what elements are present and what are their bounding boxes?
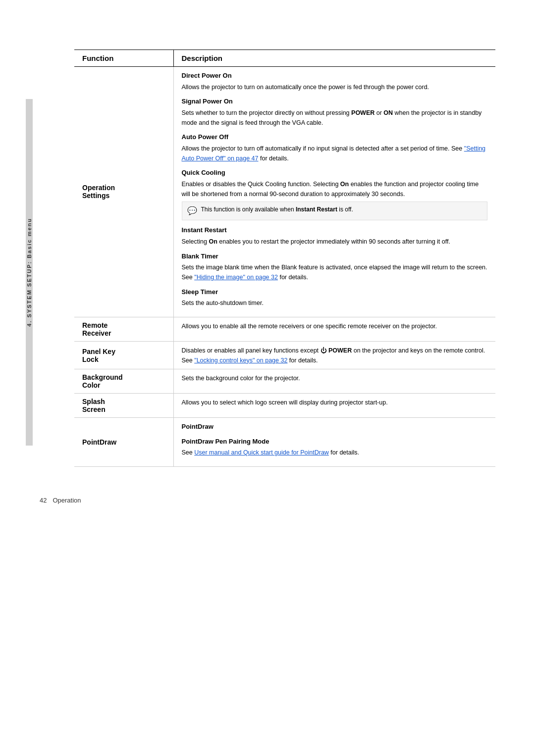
desc-instant-restart: Instant Restart Selecting On enables you…	[182, 225, 488, 246]
link-blank-timer[interactable]: "Hiding the image" on page 32	[194, 274, 278, 281]
link-auto-power-off[interactable]: "Setting Auto Power Off" on page 47	[182, 145, 486, 162]
body-sleep-timer: Sets the auto-shutdown timer.	[182, 300, 264, 306]
function-header: Function	[74, 50, 173, 67]
table-row-pointdraw: PointDraw PointDraw PointDraw Pen Pairin…	[74, 418, 495, 467]
table-row-background-color: BackgroundColor Sets the background colo…	[74, 369, 495, 394]
description-cell-operation: Direct Power On Allows the projector to …	[173, 67, 495, 317]
body-signal-power-on: Sets whether to turn the projector direc…	[182, 109, 482, 126]
desc-pointdraw-pairing: PointDraw Pen Pairing Mode See User manu…	[182, 437, 488, 457]
body-pointdraw-pairing: See User manual and Quick start guide fo…	[182, 449, 360, 456]
title-instant-restart: Instant Restart	[182, 225, 488, 235]
main-table: Function Description OperationSettings D…	[74, 50, 495, 467]
body-auto-power-off: Allows the projector to turn off automat…	[182, 145, 486, 162]
page-footer: 42 Operation	[40, 497, 495, 504]
table-row-panel-key-lock: Panel KeyLock Disables or enables all pa…	[74, 341, 495, 369]
function-cell-pointdraw: PointDraw	[74, 418, 173, 467]
title-pointdraw: PointDraw	[182, 422, 488, 432]
body-blank-timer: Sets the image blank time when the Blank…	[182, 264, 487, 281]
body-splash-screen: Allows you to select which logo screen w…	[182, 399, 388, 406]
title-auto-power-off: Auto Power Off	[182, 132, 488, 142]
title-pointdraw-pairing: PointDraw Pen Pairing Mode	[182, 437, 488, 447]
function-cell-remote: RemoteReceiver	[74, 317, 173, 341]
body-direct-power-on: Allows the projector to turn on automati…	[182, 84, 429, 91]
link-panel-key-lock[interactable]: "Locking control keys" on page 32	[194, 357, 287, 364]
description-cell-panel: Disables or enables all panel key functi…	[173, 341, 495, 369]
note-icon: 💬	[187, 205, 197, 217]
desc-auto-power-off: Auto Power Off Allows the projector to t…	[182, 132, 488, 163]
table-row-operation: OperationSettings Direct Power On Allows…	[74, 67, 495, 317]
function-cell-bg-color: BackgroundColor	[74, 369, 173, 394]
body-panel-key-lock: Disables or enables all panel key functi…	[182, 347, 485, 364]
desc-direct-power-on: Direct Power On Allows the projector to …	[182, 71, 488, 92]
note-text: This function is only available when Ins…	[201, 205, 353, 214]
title-direct-power-on: Direct Power On	[182, 71, 488, 81]
body-instant-restart: Selecting On enables you to restart the …	[182, 238, 450, 245]
note-quick-cooling: 💬 This function is only available when I…	[182, 202, 488, 220]
title-sleep-timer: Sleep Timer	[182, 287, 488, 297]
description-cell-remote: Allows you to enable all the remote rece…	[173, 317, 495, 341]
footer-section: Operation	[53, 497, 81, 504]
page: 4. SYSTEM SETUP: Basic menu Function Des…	[0, 0, 535, 756]
body-quick-cooling: Enables or disables the Quick Cooling fu…	[182, 181, 479, 198]
body-remote-receiver: Allows you to enable all the remote rece…	[182, 323, 437, 330]
title-blank-timer: Blank Timer	[182, 252, 488, 261]
description-cell-pointdraw: PointDraw PointDraw Pen Pairing Mode See…	[173, 418, 495, 467]
description-cell-bg-color: Sets the background color for the projec…	[173, 369, 495, 394]
title-quick-cooling: Quick Cooling	[182, 168, 488, 178]
description-cell-splash: Allows you to select which logo screen w…	[173, 394, 495, 418]
desc-pointdraw-title: PointDraw	[182, 422, 488, 432]
table-row-remote-receiver: RemoteReceiver Allows you to enable all …	[74, 317, 495, 341]
desc-quick-cooling: Quick Cooling Enables or disables the Qu…	[182, 168, 488, 220]
table-row-splash-screen: SplashScreen Allows you to select which …	[74, 394, 495, 418]
title-signal-power-on: Signal Power On	[182, 97, 488, 106]
function-cell-splash: SplashScreen	[74, 394, 173, 418]
sidebar-label: 4. SYSTEM SETUP: Basic menu	[26, 218, 32, 327]
function-cell-panel: Panel KeyLock	[74, 341, 173, 369]
desc-sleep-timer: Sleep Timer Sets the auto-shutdown timer…	[182, 287, 488, 308]
desc-blank-timer: Blank Timer Sets the image blank time wh…	[182, 252, 488, 282]
function-cell-operation: OperationSettings	[74, 67, 173, 317]
link-pointdraw[interactable]: User manual and Quick start guide for Po…	[194, 449, 329, 456]
footer-page-number: 42	[40, 497, 47, 504]
description-header: Description	[173, 50, 495, 67]
body-background-color: Sets the background color for the projec…	[182, 375, 300, 382]
desc-signal-power-on: Signal Power On Sets whether to turn the…	[182, 97, 488, 127]
sidebar-bar: 4. SYSTEM SETUP: Basic menu	[26, 99, 33, 446]
